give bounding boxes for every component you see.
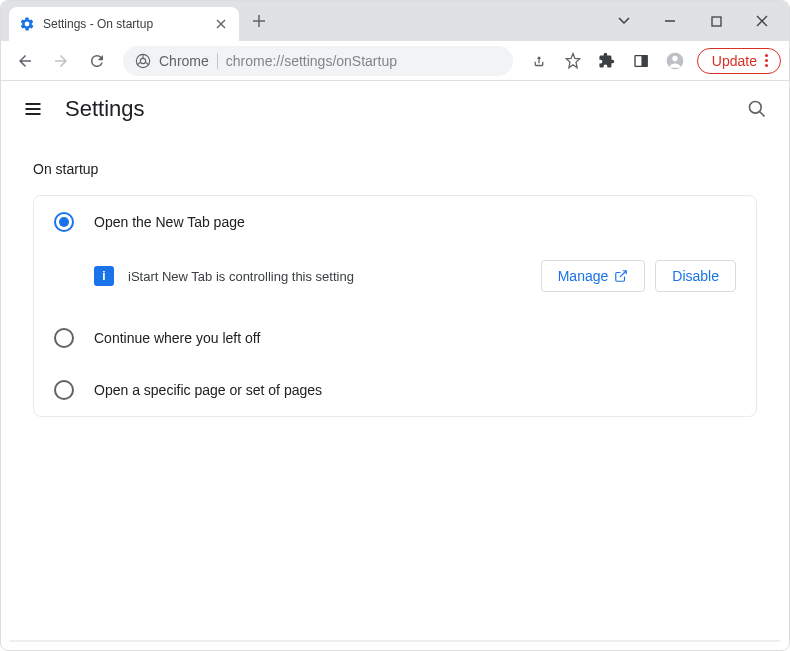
svg-point-7 <box>672 55 677 60</box>
chevron-down-icon[interactable] <box>601 3 647 39</box>
extension-icon: i <box>94 266 114 286</box>
browser-tab[interactable]: Settings - On startup <box>9 7 239 41</box>
titlebar: Settings - On startup <box>1 1 789 41</box>
profile-icon[interactable] <box>659 45 691 77</box>
bookmark-icon[interactable] <box>557 45 589 77</box>
page-content: Settings On startup Open the New Tab pag… <box>1 81 789 632</box>
reload-button[interactable] <box>81 45 113 77</box>
omnibox-label: Chrome <box>159 53 209 69</box>
extension-notice: i iStart New Tab is controlling this set… <box>34 248 756 312</box>
radio-unchecked[interactable] <box>54 380 74 400</box>
option-specific[interactable]: Open a specific page or set of pages <box>34 364 756 416</box>
chrome-window: Settings - On startup <box>0 0 790 651</box>
svg-rect-0 <box>712 17 721 26</box>
svg-point-8 <box>750 102 762 114</box>
startup-card: Open the New Tab page i iStart New Tab i… <box>33 195 757 417</box>
share-icon[interactable] <box>523 45 555 77</box>
option-continue[interactable]: Continue where you left off <box>34 312 756 364</box>
address-bar[interactable]: Chrome chrome://settings/onStartup <box>123 46 513 76</box>
content-header: Settings <box>1 81 789 137</box>
minimize-button[interactable] <box>647 3 693 39</box>
forward-button[interactable] <box>45 45 77 77</box>
maximize-button[interactable] <box>693 3 739 39</box>
external-link-icon <box>614 269 628 283</box>
menu-icon[interactable] <box>21 97 45 121</box>
radio-checked[interactable] <box>54 212 74 232</box>
omnibox-url: chrome://settings/onStartup <box>226 53 397 69</box>
extensions-icon[interactable] <box>591 45 623 77</box>
option-new-tab[interactable]: Open the New Tab page <box>34 196 756 248</box>
extension-actions: Manage Disable <box>541 260 736 292</box>
divider <box>217 53 218 69</box>
option-label: Continue where you left off <box>94 330 260 346</box>
menu-dots-icon <box>765 54 768 67</box>
svg-rect-5 <box>642 55 647 66</box>
svg-point-2 <box>140 58 145 63</box>
window-controls <box>601 3 785 39</box>
update-button[interactable]: Update <box>697 48 781 74</box>
option-label: Open the New Tab page <box>94 214 245 230</box>
sidepanel-icon[interactable] <box>625 45 657 77</box>
page-title: Settings <box>65 96 145 122</box>
svg-line-9 <box>760 112 765 117</box>
on-startup-section: On startup Open the New Tab page i iStar… <box>1 161 789 417</box>
manage-label: Manage <box>558 268 609 284</box>
new-tab-button[interactable] <box>245 7 273 35</box>
disable-button[interactable]: Disable <box>655 260 736 292</box>
radio-unchecked[interactable] <box>54 328 74 348</box>
toolbar-right: Update <box>523 45 781 77</box>
close-button[interactable] <box>739 3 785 39</box>
extension-message: iStart New Tab is controlling this setti… <box>128 269 527 284</box>
chrome-icon <box>135 53 151 69</box>
close-icon[interactable] <box>213 16 229 32</box>
disable-label: Disable <box>672 268 719 284</box>
section-title: On startup <box>33 161 757 177</box>
back-button[interactable] <box>9 45 41 77</box>
toolbar: Chrome chrome://settings/onStartup Updat… <box>1 41 789 81</box>
update-label: Update <box>712 53 757 69</box>
manage-button[interactable]: Manage <box>541 260 646 292</box>
gear-icon <box>19 16 35 32</box>
bottom-border <box>9 640 781 642</box>
search-icon[interactable] <box>745 97 769 121</box>
option-label: Open a specific page or set of pages <box>94 382 322 398</box>
tab-title: Settings - On startup <box>43 17 205 31</box>
